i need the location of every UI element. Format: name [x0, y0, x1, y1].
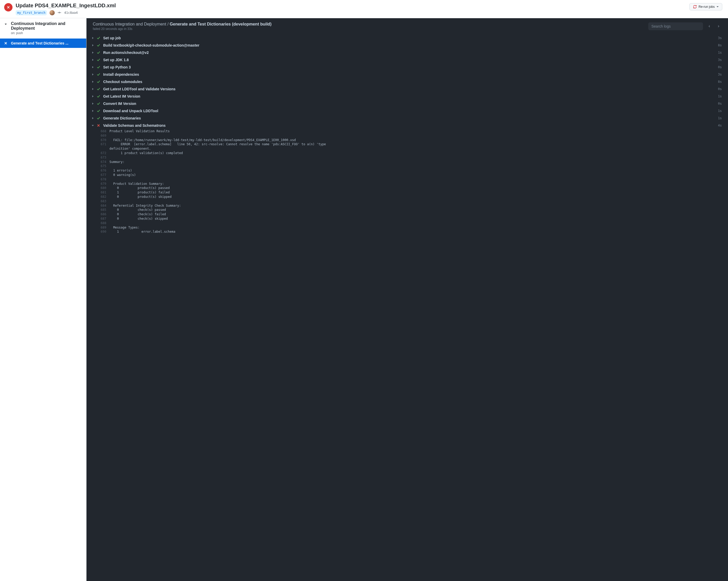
rerun-label: Re-run jobs [699, 5, 715, 8]
close-icon[interactable] [4, 3, 12, 11]
main-layout: Continuous Integration and Deployment on… [0, 18, 728, 581]
step-duration: 1s [718, 94, 722, 98]
check-icon [97, 72, 101, 77]
step-row[interactable]: Get Latest IM Version1s [86, 93, 728, 100]
log-header-controls [648, 22, 722, 30]
step-row[interactable]: Install dependencies3s [86, 71, 728, 78]
check-icon [97, 116, 101, 120]
step-row[interactable]: Get Latest LDDTool and Validate Versions… [86, 85, 728, 93]
step-label: Set up job [103, 36, 718, 40]
line-number: 669 [97, 134, 109, 138]
chevron-right-icon [91, 65, 95, 69]
step-label: Set up JDK 1.8 [103, 58, 718, 62]
line-content: 1 product(s) failed [109, 190, 170, 195]
check-icon [97, 51, 101, 55]
breadcrumb-current: Generate and Test Dictionaries (developm… [170, 22, 271, 26]
step-row[interactable]: Checkout submodules8s [86, 78, 728, 85]
step-row[interactable]: Set up JDK 1.83s [86, 56, 728, 63]
step-duration: 0s [718, 102, 722, 105]
step-duration: 3s [718, 58, 722, 62]
chevron-right-icon [91, 36, 95, 40]
chevron-right-icon [91, 72, 95, 77]
step-duration: 1s [718, 116, 722, 120]
step-row[interactable]: Set up Python 30s [86, 63, 728, 71]
x-icon [97, 123, 101, 128]
step-duration: 8s [718, 44, 722, 47]
line-number: 676 [97, 168, 109, 173]
log-line: 668Product Level Validation Results [86, 129, 728, 134]
log-header: Continuous Integration and Deployment / … [86, 18, 728, 33]
line-content: Referential Integrity Check Summary: [109, 203, 181, 208]
line-number: 686 [97, 212, 109, 217]
meta-row: my_first_branch 41c8aa4 [16, 10, 116, 16]
commit-sha[interactable]: 41c8aa4 [64, 11, 78, 15]
line-content: FAIL: file:/home/runner/work/my-ldd-test… [109, 138, 296, 142]
line-content: 0 product(s) passed [109, 186, 170, 190]
step-label: Download and Unpack LDDTool [103, 109, 718, 113]
step-label: Generate Dictionaries [103, 116, 718, 120]
branch-link[interactable]: my_first_branch [16, 10, 47, 16]
step-duration: 8s [718, 80, 722, 84]
log-line: 682 0 product(s) skipped [86, 195, 728, 199]
line-content: 1 product validation(s) completed [109, 151, 183, 156]
step-label: Validate Schemas and Schematrons [103, 123, 718, 128]
chevron-right-icon [91, 102, 95, 106]
step-row[interactable]: Run actions/checkout@v21s [86, 49, 728, 56]
step-row[interactable]: Validate Schemas and Schematrons4s [86, 122, 728, 129]
log-line: 686 0 check(s) failed [86, 212, 728, 217]
check-icon [97, 80, 101, 84]
prev-step-button[interactable] [706, 23, 712, 29]
log-line: 683 [86, 199, 728, 203]
line-number: 671 [97, 142, 109, 151]
log-output: 668Product Level Validation Results66967… [86, 129, 728, 239]
log-line: 680 0 product(s) passed [86, 186, 728, 190]
sidebar-job-label: Generate and Test Dictionaries ... [11, 41, 69, 45]
line-number: 668 [97, 129, 109, 134]
chevron-down-icon [91, 123, 95, 128]
workflow-header[interactable]: Continuous Integration and Deployment on… [0, 18, 86, 36]
check-icon [97, 102, 101, 106]
step-row[interactable]: Generate Dictionaries1s [86, 114, 728, 122]
header-left: Update PDS4_EXAMPLE_IngestLDD.xml my_fir… [4, 3, 116, 16]
log-line: 674Summary: [86, 160, 728, 164]
step-row[interactable]: Set up job3s [86, 34, 728, 42]
step-row[interactable]: Download and Unpack LDDTool1s [86, 107, 728, 114]
line-number: 674 [97, 160, 109, 164]
chevron-right-icon [91, 43, 95, 47]
log-line: 689 Message Types: [86, 225, 728, 230]
workflow-sidebar: Continuous Integration and Deployment on… [0, 18, 86, 581]
workflow-titles: Continuous Integration and Deployment on… [11, 21, 83, 35]
line-number: 670 [97, 138, 109, 142]
log-line: 681 1 product(s) failed [86, 190, 728, 195]
avatar[interactable] [50, 10, 55, 16]
line-number: 678 [97, 177, 109, 182]
run-status: failed 20 seconds ago in 33s [93, 27, 271, 31]
line-content: 0 check(s) passed [109, 208, 166, 212]
log-line: 678 [86, 177, 728, 182]
chevron-right-icon [91, 94, 95, 99]
line-number: 685 [97, 208, 109, 212]
line-content: 1 error(s) [109, 168, 132, 173]
chevron-right-icon [91, 116, 95, 120]
step-row[interactable]: Convert IM Version0s [86, 100, 728, 107]
line-number: 689 [97, 225, 109, 230]
next-step-button[interactable] [716, 23, 722, 29]
line-number: 687 [97, 217, 109, 221]
line-content: 1 error.label.schema [109, 229, 175, 234]
title-block: Update PDS4_EXAMPLE_IngestLDD.xml my_fir… [16, 3, 116, 16]
line-content: Product Level Validation Results [109, 129, 170, 134]
line-number: 683 [97, 199, 109, 203]
search-input[interactable] [648, 22, 703, 30]
rerun-jobs-button[interactable]: Re-run jobs [690, 3, 722, 10]
breadcrumb: Continuous Integration and Deployment / … [93, 22, 271, 27]
line-content: 0 check(s) failed [109, 212, 166, 217]
line-content: Summary: [109, 160, 125, 164]
line-number: 682 [97, 195, 109, 199]
x-icon [4, 41, 8, 45]
sidebar-job-selected[interactable]: Generate and Test Dictionaries ... [0, 38, 86, 48]
workflow-event: on: push [11, 31, 83, 35]
step-row[interactable]: Build textbook/git-checkout-submodule-ac… [86, 42, 728, 49]
step-duration: 3s [718, 36, 722, 40]
chevron-right-icon [91, 80, 95, 84]
log-line: 677 0 warning(s) [86, 173, 728, 177]
